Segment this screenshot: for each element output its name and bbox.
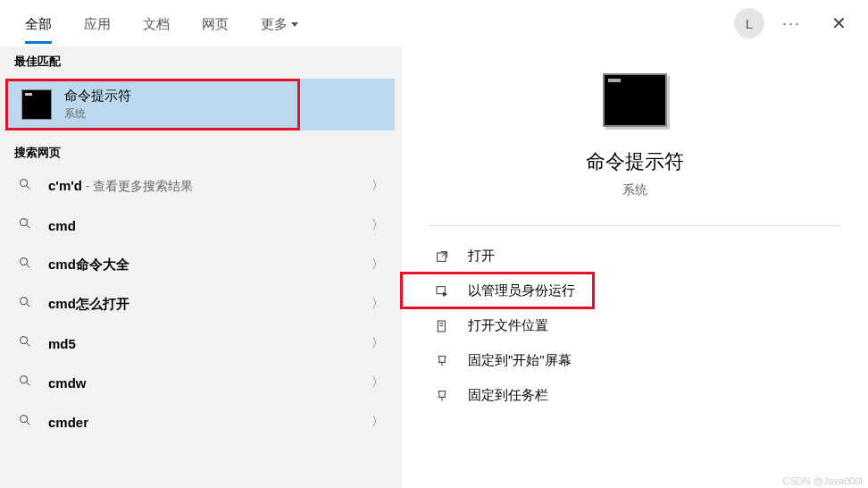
action-admin[interactable]: 以管理员身份运行 bbox=[420, 273, 850, 308]
preview-app-icon bbox=[603, 73, 667, 127]
search-result-item[interactable]: md5〉 bbox=[0, 324, 402, 363]
search-result-item[interactable]: cmdw〉 bbox=[0, 363, 402, 402]
search-result-item[interactable]: cmd命令大全〉 bbox=[0, 245, 402, 284]
preview-panel: 命令提示符 系统 打开以管理员身份运行打开文件位置固定到"开始"屏幕固定到任务栏… bbox=[402, 46, 868, 488]
pin-start-icon bbox=[432, 354, 452, 368]
result-label: md5 bbox=[48, 336, 76, 351]
chevron-right-icon: 〉 bbox=[371, 296, 384, 312]
chevron-right-icon: 〉 bbox=[371, 217, 384, 233]
svg-point-12 bbox=[21, 416, 28, 423]
action-pin-start[interactable]: 固定到"开始"屏幕 bbox=[420, 343, 850, 378]
svg-point-4 bbox=[21, 258, 28, 265]
svg-point-10 bbox=[21, 376, 28, 383]
svg-point-2 bbox=[21, 219, 28, 226]
result-label: cmd bbox=[48, 218, 76, 233]
watermark: CSDN @Java000l bbox=[783, 475, 863, 486]
action-label: 打开文件位置 bbox=[468, 317, 548, 334]
best-match-header: 最佳匹配 bbox=[0, 46, 402, 75]
svg-line-7 bbox=[27, 304, 29, 307]
preview-title: 命令提示符 bbox=[402, 148, 868, 175]
chevron-right-icon: 〉 bbox=[371, 414, 384, 430]
search-icon bbox=[18, 295, 34, 313]
tabs: 全部 应用 文档 网页 更多 bbox=[9, 4, 314, 44]
more-options-icon[interactable]: ··· bbox=[777, 9, 806, 38]
result-label: cmd命令大全 bbox=[48, 257, 129, 273]
tab-apps[interactable]: 应用 bbox=[68, 4, 127, 44]
best-match-title: 命令提示符 bbox=[64, 88, 131, 105]
svg-line-13 bbox=[27, 422, 29, 425]
result-label: cmder bbox=[48, 415, 88, 430]
chevron-right-icon: 〉 bbox=[371, 257, 384, 273]
search-icon bbox=[18, 334, 34, 352]
close-button[interactable]: ✕ bbox=[819, 7, 859, 39]
search-icon bbox=[18, 216, 34, 234]
svg-line-11 bbox=[27, 383, 29, 385]
svg-line-1 bbox=[27, 186, 29, 189]
action-label: 以管理员身份运行 bbox=[468, 282, 575, 299]
result-label: cmd怎么打开 bbox=[48, 296, 129, 313]
chevron-down-icon bbox=[291, 22, 298, 27]
svg-line-5 bbox=[27, 265, 29, 267]
search-icon bbox=[18, 177, 34, 195]
svg-point-8 bbox=[21, 337, 28, 344]
search-result-item[interactable]: c'm'd - 查看更多搜索结果〉 bbox=[0, 166, 402, 206]
action-open[interactable]: 打开 bbox=[420, 239, 850, 273]
svg-line-9 bbox=[27, 343, 29, 346]
best-match-item[interactable]: 命令提示符 系统 bbox=[7, 79, 395, 130]
search-icon bbox=[18, 374, 34, 391]
tab-documents[interactable]: 文档 bbox=[127, 4, 186, 44]
chevron-right-icon: 〉 bbox=[371, 178, 384, 194]
svg-line-15 bbox=[442, 251, 447, 256]
svg-point-0 bbox=[21, 180, 28, 187]
preview-subtitle: 系统 bbox=[402, 182, 868, 198]
divider bbox=[429, 225, 841, 226]
search-icon bbox=[18, 413, 34, 431]
header-bar: 全部 应用 文档 网页 更多 L ··· ✕ bbox=[0, 0, 868, 46]
action-label: 打开 bbox=[468, 248, 495, 265]
svg-rect-17 bbox=[438, 321, 445, 332]
results-panel: 最佳匹配 命令提示符 系统 搜索网页 c'm'd - 查看更多搜索结果〉cmd〉… bbox=[0, 46, 402, 488]
action-label: 固定到任务栏 bbox=[468, 387, 548, 404]
svg-point-6 bbox=[21, 298, 28, 305]
chevron-right-icon: 〉 bbox=[371, 374, 384, 391]
open-icon bbox=[432, 249, 452, 264]
admin-icon bbox=[432, 284, 452, 299]
svg-line-3 bbox=[27, 225, 29, 228]
avatar[interactable]: L bbox=[734, 8, 764, 38]
search-icon bbox=[18, 256, 34, 273]
action-pin-taskbar[interactable]: 固定到任务栏 bbox=[420, 378, 850, 413]
search-result-item[interactable]: cmd〉 bbox=[0, 206, 402, 245]
result-label: cmdw bbox=[48, 375, 87, 391]
best-match-subtitle: 系统 bbox=[64, 106, 131, 122]
folder-icon bbox=[432, 319, 452, 333]
action-label: 固定到"开始"屏幕 bbox=[468, 352, 572, 369]
cmd-app-icon bbox=[21, 89, 52, 120]
tab-all[interactable]: 全部 bbox=[9, 4, 68, 44]
search-result-item[interactable]: cmd怎么打开〉 bbox=[0, 284, 402, 324]
tab-web[interactable]: 网页 bbox=[186, 4, 245, 44]
search-result-item[interactable]: cmder〉 bbox=[0, 402, 402, 442]
chevron-right-icon: 〉 bbox=[371, 335, 384, 351]
result-label: c'm'd - 查看更多搜索结果 bbox=[48, 178, 193, 195]
action-folder[interactable]: 打开文件位置 bbox=[420, 308, 850, 343]
search-web-header: 搜索网页 bbox=[0, 138, 402, 166]
tab-more[interactable]: 更多 bbox=[245, 4, 314, 44]
pin-taskbar-icon bbox=[432, 389, 452, 403]
